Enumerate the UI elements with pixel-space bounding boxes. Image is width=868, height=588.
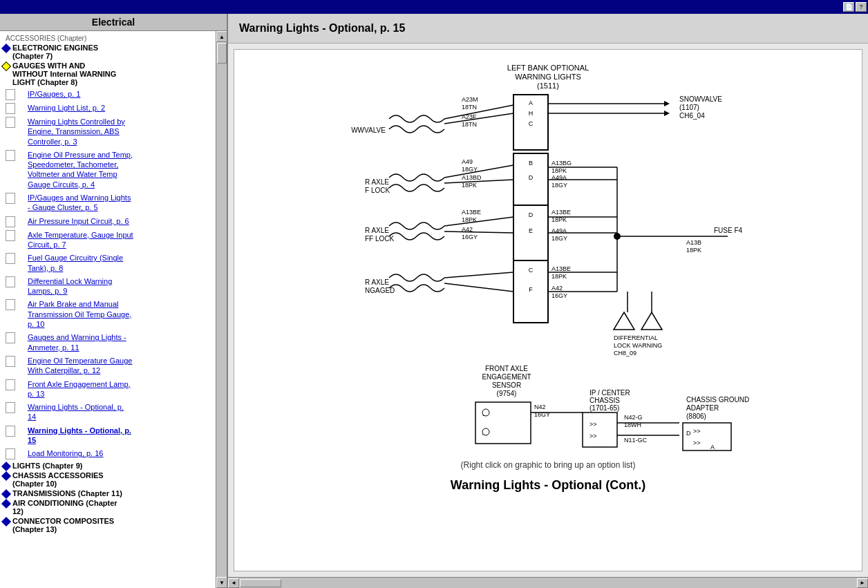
svg-text:DIFFERENTIAL: DIFFERENTIAL [614, 334, 658, 341]
page-icon [6, 356, 15, 367]
page-icon [6, 117, 15, 128]
scroll-left-button[interactable]: ◄ [228, 578, 239, 588]
page-icon [6, 230, 15, 241]
nav-link[interactable]: Load Monitoring, p. 16 [18, 448, 103, 459]
list-item[interactable]: Differential Lock WarningLamps, p. 9 [3, 275, 203, 298]
svg-text:(1511): (1511) [537, 82, 559, 90]
list-item[interactable]: IP/Gauges, p. 1 [3, 88, 203, 101]
scroll-right-button[interactable]: ► [857, 578, 868, 588]
scroll-up-button[interactable]: ▲ [216, 31, 227, 42]
svg-text:(8806): (8806) [686, 412, 706, 420]
scrollbar-thumb[interactable] [217, 43, 227, 64]
h-scrollbar-thumb[interactable] [240, 579, 281, 587]
scrollbar-track [216, 42, 227, 577]
nav-link[interactable]: Warning Lights - Optional, p.14 [18, 401, 124, 423]
page-icon [6, 103, 15, 114]
svg-text:18PK: 18PK [551, 216, 567, 223]
list-item[interactable]: Load Monitoring, p. 16 [3, 447, 203, 460]
diagram-caption: (Right click on graphic to bring up an o… [461, 460, 636, 470]
scroll-down-button[interactable]: ▼ [216, 577, 227, 588]
svg-text:18TN: 18TN [462, 121, 477, 128]
nav-link[interactable]: Front Axle Engagement Lamp,p. 13 [18, 379, 131, 400]
svg-text:N42-G: N42-G [624, 414, 643, 421]
list-item[interactable]: Warning Lights Controlled byEngine, Tran… [3, 115, 203, 148]
diagram-footer-title: Warning Lights - Optional (Cont.) [451, 478, 645, 493]
list-item: GAUGES WITH ANDWITHOUT Internal WARNINGL… [3, 61, 203, 87]
nav-link[interactable]: Air Pressure Input Circuit, p. 6 [18, 216, 129, 227]
svg-text:A49A: A49A [551, 174, 567, 181]
page-icon [6, 426, 15, 437]
list-item[interactable]: Engine Oil Pressure and Temp,Speedometer… [3, 149, 203, 191]
svg-text:(1107): (1107) [679, 104, 699, 111]
list-item[interactable]: Axle Temperature, Gauge InputCircuit, p.… [3, 229, 203, 252]
list-item[interactable]: Warning Light List, p. 2 [3, 102, 203, 115]
svg-text:CH6_04: CH6_04 [679, 112, 705, 120]
nav-link[interactable]: Gauges and Warning Lights -Ammeter, p. 1… [18, 332, 126, 353]
svg-rect-98 [583, 412, 617, 447]
svg-text:16GY: 16GY [551, 292, 567, 299]
nav-link[interactable]: IP/Gauges and Warning Lights- Gauge Clus… [18, 192, 131, 214]
nav-link[interactable]: Warning Lights Controlled byEngine, Tran… [18, 116, 125, 147]
svg-text:SENSOR: SENSOR [492, 381, 521, 389]
horizontal-scrollbar[interactable]: ◄ ► [228, 577, 868, 588]
list-item[interactable]: Engine Oil Temperature GaugeWith Caterpi… [3, 354, 203, 377]
nav-link[interactable]: Engine Oil Temperature GaugeWith Caterpi… [18, 355, 132, 377]
svg-text:18PK: 18PK [551, 273, 567, 280]
list-item[interactable]: Air Pressure Input Circuit, p. 6 [3, 215, 203, 228]
list-item[interactable]: Gauges and Warning Lights -Ammeter, p. 1… [3, 331, 203, 354]
svg-text:A23M: A23M [462, 96, 478, 103]
svg-point-89 [482, 409, 489, 416]
list-item[interactable]: IP/Gauges and Warning Lights- Gauge Clus… [3, 191, 203, 214]
svg-text:D: D [686, 430, 691, 437]
svg-text:16GY: 16GY [462, 234, 478, 240]
list-item[interactable]: Fuel Gauge Circuitry (SingleTank), p. 8 [3, 252, 203, 274]
svg-rect-109 [683, 423, 731, 451]
svg-text:R AXLE: R AXLE [365, 227, 389, 234]
right-panel: Warning Lights - Optional, p. 15 LEFT BA… [228, 14, 868, 588]
svg-text:A49A: A49A [551, 227, 567, 234]
nav-link[interactable]: Fuel Gauge Circuitry (SingleTank), p. 8 [18, 252, 123, 274]
list-item-active[interactable]: Warning Lights - Optional, p.15 [3, 424, 203, 447]
svg-text:IP / CENTER: IP / CENTER [589, 389, 630, 397]
nav-link[interactable]: IP/Gauges, p. 1 [18, 88, 80, 99]
svg-text:F LOCK: F LOCK [365, 187, 390, 194]
page-icon [6, 276, 15, 287]
nav-link[interactable]: Air Park Brake and ManualTransmission Oi… [18, 298, 131, 330]
nav-section-label: CHASSIS ACCESSORIES(Chapter 10) [12, 471, 104, 488]
h-scrollbar-track [239, 578, 857, 588]
list-item[interactable]: Front Axle Engagement Lamp,p. 13 [3, 378, 203, 401]
nav-link[interactable]: Engine Oil Pressure and Temp,Speedometer… [18, 149, 133, 190]
svg-text:R AXLE: R AXLE [365, 178, 389, 186]
help-button[interactable]: ? [856, 2, 867, 12]
svg-text:18PK: 18PK [551, 167, 567, 174]
svg-text:SNOWVALVE: SNOWVALVE [679, 95, 722, 103]
page-icon [6, 332, 15, 343]
page-icon [6, 89, 15, 100]
nav-link[interactable]: Differential Lock WarningLamps, p. 9 [18, 276, 112, 297]
panel-header: Electrical [0, 14, 227, 31]
diamond-open-icon [1, 61, 11, 71]
list-item[interactable]: Warning Lights - Optional, p.14 [3, 401, 203, 424]
list-item: CHASSIS ACCESSORIES(Chapter 10) [3, 471, 203, 489]
main-content: Electrical ACCESSORIES (Chapter) ELECTRO… [0, 14, 868, 588]
svg-text:A13BE: A13BE [462, 209, 481, 216]
nav-link[interactable]: Axle Temperature, Gauge InputCircuit, p.… [18, 229, 133, 251]
diamond-icon [1, 489, 11, 499]
diamond-icon [1, 517, 11, 527]
vertical-scrollbar[interactable]: ▲ ▼ [216, 31, 227, 588]
icon-button[interactable]: 📄 [843, 2, 854, 12]
nav-link-active[interactable]: Warning Lights - Optional, p.15 [18, 425, 131, 446]
svg-text:D: D [529, 174, 534, 181]
list-item[interactable]: Air Park Brake and ManualTransmission Oi… [3, 298, 203, 330]
svg-text:FUSE F4: FUSE F4 [714, 227, 743, 234]
navigation-tree: ACCESSORIES (Chapter) ELECTRONIC ENGINES… [0, 31, 216, 588]
svg-text:18GY: 18GY [462, 166, 478, 173]
nav-link[interactable]: Warning Light List, p. 2 [18, 102, 105, 113]
svg-text:CH8_09: CH8_09 [614, 350, 636, 357]
svg-text:C: C [529, 120, 534, 127]
svg-text:>>: >> [589, 433, 597, 439]
diagram-area[interactable]: LEFT BANK OPTIONAL WARNING LIGHTS (1511)… [234, 49, 862, 571]
svg-text:A42: A42 [462, 226, 473, 233]
list-item: ACCESSORIES (Chapter) [3, 34, 203, 43]
page-icon [6, 216, 15, 227]
